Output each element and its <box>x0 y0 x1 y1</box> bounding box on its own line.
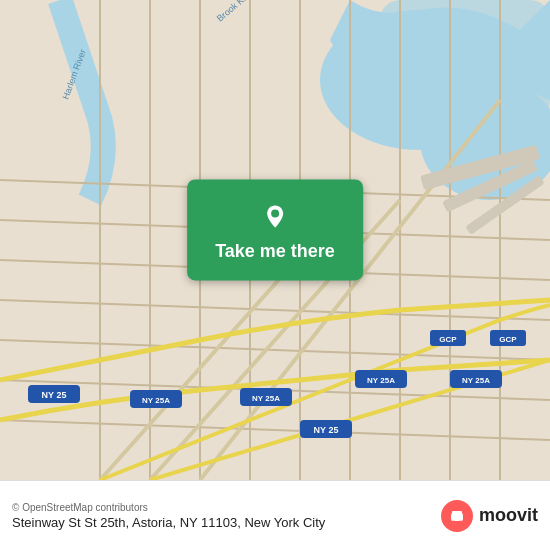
svg-text:NY 25A: NY 25A <box>252 394 280 403</box>
attribution-text: © OpenStreetMap contributors <box>12 502 325 513</box>
map-container: NY 25 NY 25A NY 25A NY 25A NY 25A NY 25 … <box>0 0 550 480</box>
bottom-left: © OpenStreetMap contributors Steinway St… <box>12 502 325 530</box>
cta-button[interactable]: Take me there <box>187 179 363 280</box>
moovit-logo: moovit <box>441 500 538 532</box>
svg-rect-48 <box>452 511 462 516</box>
svg-text:NY 25A: NY 25A <box>367 376 395 385</box>
moovit-icon <box>441 500 473 532</box>
svg-text:NY 25: NY 25 <box>42 390 67 400</box>
svg-text:NY 25A: NY 25A <box>142 396 170 405</box>
moovit-bus-icon <box>447 506 467 526</box>
svg-text:NY 25A: NY 25A <box>462 376 490 385</box>
svg-point-45 <box>271 209 279 217</box>
svg-point-49 <box>452 520 455 523</box>
bottom-bar: © OpenStreetMap contributors Steinway St… <box>0 480 550 550</box>
location-pin-icon <box>257 197 293 233</box>
cta-label: Take me there <box>215 241 335 262</box>
svg-point-50 <box>458 520 461 523</box>
svg-rect-3 <box>380 0 550 120</box>
svg-text:NY 25: NY 25 <box>314 425 339 435</box>
address-text: Steinway St St 25th, Astoria, NY 11103, … <box>12 515 325 530</box>
moovit-text: moovit <box>479 505 538 526</box>
svg-text:GCP: GCP <box>499 335 517 344</box>
svg-text:GCP: GCP <box>439 335 457 344</box>
